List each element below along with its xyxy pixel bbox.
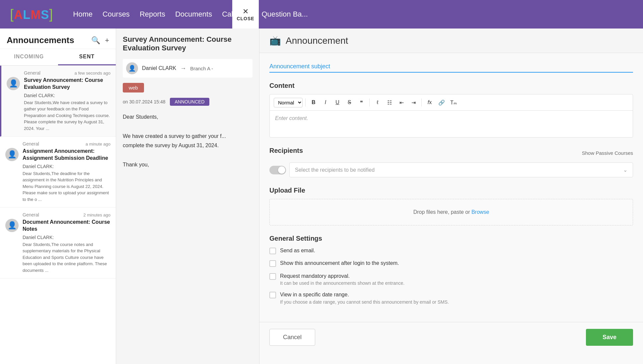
body-line-1: Dear Students,	[123, 112, 252, 122]
form-panel: 📺 Announcement Content Normal B I U S ❝	[259, 29, 643, 364]
form-footer: Cancel Save	[259, 322, 643, 352]
toggle-knob	[278, 166, 285, 174]
close-button[interactable]: ✕ CLOSE	[232, 0, 259, 29]
editor-content[interactable]: Enter content.	[270, 111, 633, 137]
sublabel-text: It can be used in the announcements show…	[280, 280, 404, 286]
announcement-icon: 📺	[269, 35, 281, 46]
mandatory-approval-checkbox[interactable]	[269, 273, 276, 280]
upload-box[interactable]: Drop files here, paste or Browse	[269, 199, 633, 225]
tab-incoming[interactable]: INCOMING	[0, 49, 58, 65]
nav-home[interactable]: Home	[73, 10, 93, 19]
underline-button[interactable]: U	[332, 97, 343, 108]
form-body: Content Normal B I U S ❝ ℓ ☷ ⇤ ⇥	[259, 53, 643, 322]
clear-format-button[interactable]: Tₘ	[448, 97, 459, 108]
checkbox-item-daterange: View in a specific date range. If you ch…	[269, 291, 633, 304]
add-icon[interactable]: +	[105, 36, 109, 45]
general-settings-label: General Settings	[269, 235, 633, 242]
form-header: 📺 Announcement	[259, 29, 643, 53]
announcement-list: 👤 General a few seconds ago Survey Annou…	[0, 66, 116, 364]
announcement-category: General	[23, 141, 39, 147]
nav-courses[interactable]: Courses	[103, 10, 130, 19]
logo: [ALMS]	[10, 7, 53, 22]
channel-badge: web	[123, 83, 144, 92]
message-title: Survey Announcement: Course Evaluation S…	[123, 35, 252, 52]
send-email-checkbox[interactable]	[269, 248, 276, 254]
announcements-title: Announcements	[7, 35, 74, 45]
sublabel-text: If you choose a date range, you cannot s…	[280, 299, 449, 305]
message-from: 👤 Daniel CLARK → Branch A -	[123, 59, 252, 78]
from-avatar: 👤	[126, 62, 138, 74]
top-navigation: [ALMS] Home Courses Reports Documents Ca…	[0, 0, 643, 29]
announcement-subject: Document Announcement: Course Notes	[23, 219, 110, 233]
body-line-2: We have created a survey to gather your …	[123, 132, 252, 141]
announcement-content: General a minute ago Assignment Announce…	[23, 141, 110, 203]
logo-s: S	[41, 8, 49, 22]
logo-a: A	[14, 8, 23, 22]
search-icon[interactable]: 🔍	[91, 36, 100, 45]
announcement-sender: Daniel CLARK:	[23, 164, 110, 169]
body-line-4: Thank you,	[123, 160, 252, 170]
logo-bracket-open: [	[10, 7, 14, 22]
toolbar-separator	[421, 98, 422, 106]
tabs: INCOMING SENT	[0, 49, 116, 66]
tab-sent[interactable]: SENT	[58, 49, 116, 65]
browse-link[interactable]: Browse	[471, 209, 489, 215]
arrow-icon: →	[180, 65, 186, 72]
announcement-time: 2 minutes ago	[83, 212, 110, 217]
bold-button[interactable]: B	[308, 97, 319, 108]
announcement-item[interactable]: 👤 General a few seconds ago Survey Annou…	[0, 66, 116, 137]
avatar: 👤	[5, 219, 19, 232]
announcement-preview: Dear Students,The deadline for the assig…	[23, 170, 110, 203]
announcement-subject: Survey Announcement: Course Evaluation S…	[24, 77, 110, 91]
subject-input[interactable]	[269, 61, 633, 73]
date-range-checkbox[interactable]	[269, 292, 276, 298]
recipients-toggle[interactable]	[269, 166, 286, 174]
form-title: Announcement	[286, 35, 348, 46]
upload-text: Drop files here, paste or	[413, 209, 471, 215]
indent-right-button[interactable]: ⇥	[408, 97, 419, 108]
nav-reports[interactable]: Reports	[140, 10, 165, 19]
formula-button[interactable]: fx	[424, 97, 435, 108]
nav-question-bank[interactable]: Question Ba...	[261, 10, 308, 19]
announcement-item[interactable]: 👤 General a minute ago Assignment Announ…	[0, 137, 116, 208]
checkbox-item-email: Send as email.	[269, 247, 633, 254]
body-line-3: complete the survey by August 31, 2024.	[123, 141, 252, 151]
unordered-list-button[interactable]: ☷	[384, 97, 395, 108]
announcement-sender: Daniel CLARK:	[24, 93, 110, 98]
announcement-content: General a few seconds ago Survey Announc…	[24, 70, 110, 132]
strikethrough-button[interactable]: S	[344, 97, 355, 108]
checkbox-label-daterange: View in a specific date range. If you ch…	[280, 291, 449, 304]
checkbox-label-email: Send as email.	[280, 247, 315, 254]
save-button[interactable]: Save	[586, 329, 633, 346]
italic-button[interactable]: I	[320, 97, 331, 108]
announcements-header: Announcements 🔍 +	[0, 29, 116, 49]
label-text: Send as email.	[280, 247, 315, 254]
indent-left-button[interactable]: ⇤	[396, 97, 407, 108]
announcement-item[interactable]: 👤 General 2 minutes ago Document Announc…	[0, 208, 116, 278]
chevron-down-icon: ⌄	[623, 167, 627, 173]
toolbar-separator	[305, 98, 306, 106]
format-select[interactable]: Normal	[274, 98, 303, 107]
main-area: Announcements 🔍 + INCOMING SENT 👤 Genera…	[0, 29, 643, 364]
announcement-preview: Dear Students,The course notes and suppl…	[23, 241, 110, 274]
cancel-button[interactable]: Cancel	[269, 329, 315, 346]
from-destination: Branch A -	[190, 66, 213, 71]
toolbar-separator	[369, 98, 370, 106]
nav-links: Home Courses Reports Documents Calendar …	[73, 10, 308, 19]
ordered-list-button[interactable]: ℓ	[372, 97, 383, 108]
checkbox-item-approval: Request mandatory approval. It can be us…	[269, 273, 633, 286]
announcement-category: General	[23, 212, 39, 217]
recipients-select[interactable]: Select the recipients to be notified ⌄	[289, 162, 633, 177]
message-date: on 30.07.2024 15:48	[123, 99, 165, 104]
message-panel: Survey Announcement: Course Evaluation S…	[116, 29, 259, 364]
show-after-login-checkbox[interactable]	[269, 260, 276, 267]
announced-badge: ANNOUNCED	[170, 98, 209, 106]
avatar: 👤	[5, 148, 19, 161]
checkbox-label-login: Show this announcement after login to th…	[280, 260, 399, 267]
blockquote-button[interactable]: ❝	[356, 97, 367, 108]
editor-container: Normal B I U S ❝ ℓ ☷ ⇤ ⇥ fx 🔗 Tₘ	[269, 94, 633, 138]
upload-label: Upload File	[269, 187, 633, 194]
link-button[interactable]: 🔗	[436, 97, 447, 108]
nav-documents[interactable]: Documents	[175, 10, 212, 19]
announcement-meta: General 2 minutes ago	[23, 212, 110, 217]
